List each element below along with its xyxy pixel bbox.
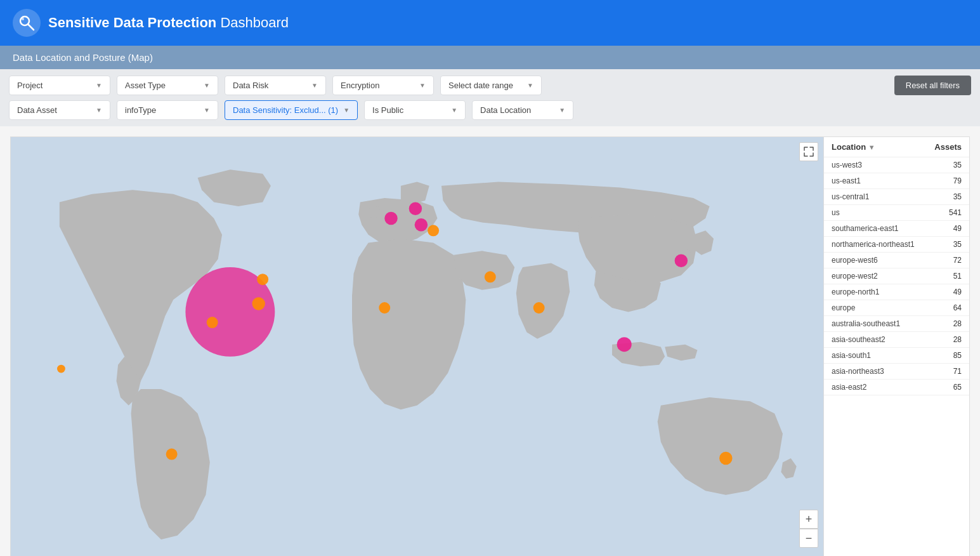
location-count: 28 [943, 335, 962, 344]
location-sort-icon[interactable]: ▼ [868, 143, 875, 151]
table-row[interactable]: europe-west251 [824, 268, 969, 284]
data-sensitivity-filter[interactable]: Data Sensitivity: Exclud... (1) ▼ [225, 100, 358, 120]
is-public-arrow: ▼ [451, 107, 457, 114]
location-name: europe-west2 [832, 272, 943, 281]
svg-line-1 [28, 24, 34, 30]
is-public-filter[interactable]: Is Public ▼ [364, 100, 466, 120]
asset-type-filter[interactable]: Asset Type ▼ [117, 76, 218, 95]
encryption-arrow: ▼ [419, 82, 426, 89]
location-count: 49 [943, 224, 962, 233]
location-count: 541 [943, 208, 962, 217]
zoom-controls: + − [799, 510, 818, 548]
location-name: us [832, 208, 943, 217]
location-name: asia-south1 [832, 351, 943, 360]
table-row[interactable]: asia-south185 [824, 348, 969, 364]
table-row[interactable]: europe-north149 [824, 284, 969, 300]
infotype-arrow: ▼ [204, 107, 210, 114]
svg-point-6 [207, 317, 218, 328]
table-row[interactable]: us-central135 [824, 189, 969, 205]
filter-row-1: Project ▼ Asset Type ▼ Data Risk ▼ Encry… [9, 76, 971, 95]
location-count: 64 [943, 303, 962, 312]
svg-point-7 [57, 365, 65, 373]
svg-point-9 [166, 449, 178, 460]
location-name: asia-southeast2 [832, 335, 943, 344]
project-filter[interactable]: Project ▼ [9, 76, 110, 95]
infotype-filter[interactable]: infoType ▼ [117, 100, 218, 120]
location-count: 79 [943, 176, 962, 185]
location-name: asia-east2 [832, 383, 943, 392]
table-row[interactable]: us-west335 [824, 157, 969, 173]
location-count: 35 [943, 192, 962, 201]
header: Sensitive Data Protection Dashboard [0, 0, 980, 46]
location-count: 51 [943, 272, 962, 281]
svg-point-13 [409, 202, 422, 215]
svg-point-15 [379, 302, 390, 314]
location-name: us-west3 [832, 161, 943, 169]
location-name: us-central1 [832, 192, 943, 201]
map-expand-button[interactable] [799, 142, 818, 161]
svg-point-19 [719, 452, 732, 465]
location-name: australia-southeast1 [832, 319, 943, 328]
sub-header: Data Location and Posture (Map) [0, 46, 980, 69]
location-count: 49 [943, 288, 962, 296]
location-count: 35 [943, 161, 962, 169]
project-arrow: ▼ [96, 82, 102, 89]
location-name: asia-northeast3 [832, 367, 943, 376]
data-asset-arrow: ▼ [96, 107, 102, 114]
location-name: europe [832, 303, 943, 312]
location-name: us-east1 [832, 176, 943, 185]
location-count: 72 [943, 256, 962, 265]
map-container: + − Google Keyboard shortcuts Map data ©… [10, 136, 824, 556]
header-logo [13, 9, 41, 37]
asset-type-arrow: ▼ [204, 82, 210, 89]
svg-point-16 [675, 254, 688, 267]
table-row[interactable]: asia-east265 [824, 380, 969, 395]
encryption-filter[interactable]: Encryption ▼ [332, 76, 434, 95]
data-asset-filter[interactable]: Data Asset ▼ [9, 100, 110, 120]
location-name: europe-west6 [832, 256, 943, 265]
location-table: us-west335us-east179us-central135us541so… [824, 157, 969, 556]
svg-point-8 [257, 274, 268, 285]
filter-row-2: Data Asset ▼ infoType ▼ Data Sensitivity… [9, 100, 971, 120]
table-row[interactable]: europe64 [824, 300, 969, 316]
location-count: 65 [943, 383, 962, 392]
table-row[interactable]: australia-southeast128 [824, 316, 969, 332]
svg-point-14 [485, 271, 496, 282]
date-range-filter[interactable]: Select date range ▼ [440, 76, 542, 95]
table-row[interactable]: us-east179 [824, 173, 969, 189]
location-name: southamerica-east1 [832, 224, 943, 233]
table-row[interactable]: southamerica-east149 [824, 221, 969, 237]
table-row[interactable]: northamerica-northeast135 [824, 237, 969, 253]
location-column-header: Location ▼ [832, 142, 875, 152]
date-range-arrow: ▼ [527, 82, 533, 89]
data-location-arrow: ▼ [559, 107, 565, 114]
location-count: 85 [943, 351, 962, 360]
svg-point-2 [22, 18, 24, 20]
table-row[interactable]: europe-west672 [824, 253, 969, 268]
location-count: 71 [943, 367, 962, 376]
filter-bar: Project ▼ Asset Type ▼ Data Risk ▼ Encry… [0, 69, 980, 126]
data-risk-arrow: ▼ [311, 82, 318, 89]
svg-point-5 [252, 297, 265, 310]
zoom-in-button[interactable]: + [799, 510, 818, 529]
header-title: Sensitive Data Protection Dashboard [48, 15, 289, 31]
zoom-out-button[interactable]: − [799, 529, 818, 548]
svg-point-18 [617, 337, 632, 352]
svg-point-10 [384, 212, 397, 225]
reset-filters-button[interactable]: Reset all filters [894, 76, 971, 95]
location-count: 28 [943, 319, 962, 328]
data-location-filter[interactable]: Data Location ▼ [472, 100, 573, 120]
panel-header: Location ▼ Assets [824, 137, 969, 157]
location-name: northamerica-northeast1 [832, 240, 943, 249]
svg-point-12 [428, 225, 439, 236]
data-sensitivity-arrow: ▼ [343, 107, 350, 114]
location-name: europe-north1 [832, 288, 943, 296]
data-risk-filter[interactable]: Data Risk ▼ [225, 76, 326, 95]
location-count: 35 [943, 240, 962, 249]
table-row[interactable]: asia-southeast228 [824, 332, 969, 348]
table-row[interactable]: us541 [824, 205, 969, 221]
svg-point-17 [533, 302, 545, 314]
right-panel: Location ▼ Assets us-west335us-east179us… [824, 136, 970, 556]
assets-column-header: Assets [934, 142, 962, 152]
table-row[interactable]: asia-northeast371 [824, 364, 969, 380]
